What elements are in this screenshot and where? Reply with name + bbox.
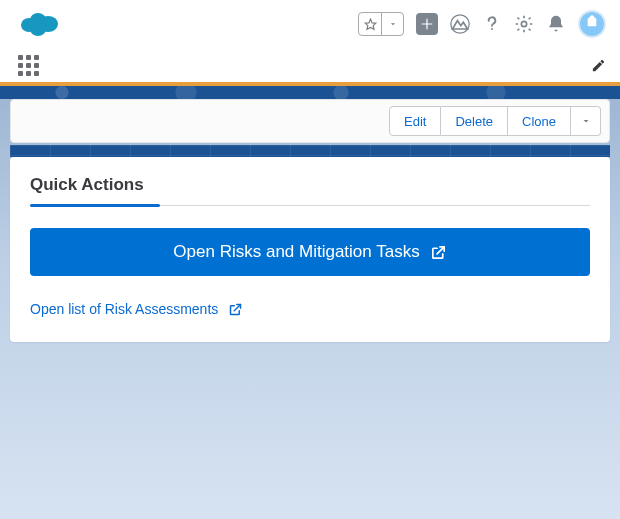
- trailhead-icon[interactable]: [450, 14, 470, 34]
- star-icon[interactable]: [359, 13, 381, 35]
- edit-pencil-icon[interactable]: [591, 58, 606, 73]
- action-button-group: Edit Delete Clone: [389, 106, 601, 136]
- bell-icon[interactable]: [546, 14, 566, 34]
- svg-point-7: [521, 21, 526, 26]
- more-actions-button[interactable]: [571, 106, 601, 136]
- open-risks-button[interactable]: Open Risks and Mitigation Tasks: [30, 228, 590, 276]
- context-bar: [0, 48, 620, 82]
- quick-actions-card: Quick Actions Open Risks and Mitigation …: [10, 157, 610, 342]
- help-icon[interactable]: [482, 14, 502, 34]
- favorites-group[interactable]: [358, 12, 404, 36]
- chevron-down-icon[interactable]: [381, 13, 403, 35]
- open-risk-assessments-label: Open list of Risk Assessments: [30, 301, 218, 317]
- external-link-icon: [228, 302, 243, 317]
- svg-point-3: [30, 22, 46, 36]
- record-action-bar: Edit Delete Clone: [10, 99, 610, 143]
- external-link-icon: [430, 244, 447, 261]
- tab-indicator: [30, 205, 590, 206]
- svg-marker-4: [365, 19, 376, 29]
- delete-button[interactable]: Delete: [441, 106, 508, 136]
- global-header: [0, 0, 620, 48]
- global-add-button[interactable]: [416, 13, 438, 35]
- svg-point-6: [491, 28, 493, 30]
- edit-button[interactable]: Edit: [389, 106, 441, 136]
- salesforce-logo[interactable]: [18, 10, 60, 38]
- card-title: Quick Actions: [30, 175, 590, 195]
- header-pattern: [0, 86, 620, 99]
- page-body: Edit Delete Clone Quick Actions Open Ris…: [0, 99, 620, 519]
- avatar[interactable]: [578, 10, 606, 38]
- open-risks-label: Open Risks and Mitigation Tasks: [173, 242, 419, 262]
- clone-button[interactable]: Clone: [508, 106, 571, 136]
- app-launcher-icon[interactable]: [18, 55, 39, 76]
- open-risk-assessments-link[interactable]: Open list of Risk Assessments: [30, 301, 243, 317]
- gear-icon[interactable]: [514, 14, 534, 34]
